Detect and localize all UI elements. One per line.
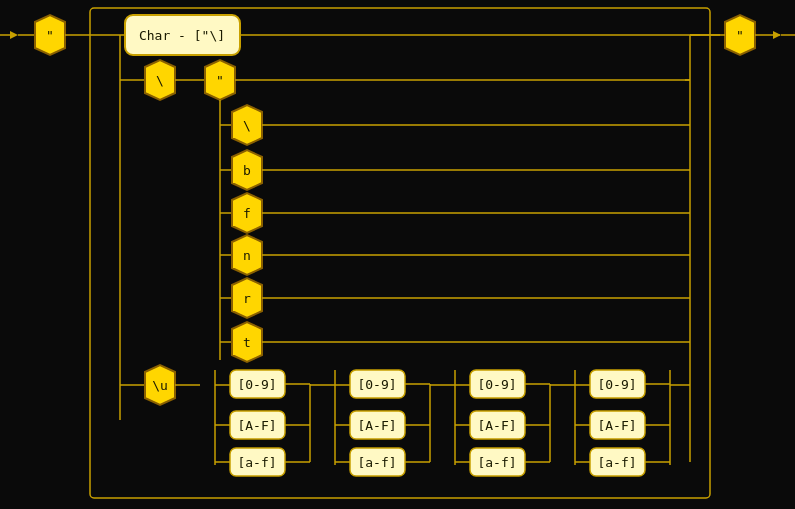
hex2-09: [0-9] (357, 377, 396, 392)
hex2-AF: [A-F] (357, 418, 396, 433)
left-quote-node: " (46, 28, 54, 43)
escape-b: b (243, 163, 251, 178)
hex4-af: [a-f] (597, 455, 636, 470)
char-main-label: Char - ["\] (139, 28, 225, 43)
escape-f: f (243, 206, 251, 221)
hex3-af: [a-f] (477, 455, 516, 470)
hex3-AF: [A-F] (477, 418, 516, 433)
hex1-AF: [A-F] (237, 418, 276, 433)
hex1-af: [a-f] (237, 455, 276, 470)
hex1-09: [0-9] (237, 377, 276, 392)
quote-escape-node: " (216, 73, 224, 88)
escape-backslash: \ (243, 118, 251, 133)
right-quote-node: " (736, 28, 744, 43)
escape-n: n (243, 248, 251, 263)
hex4-09: [0-9] (597, 377, 636, 392)
hex2-af: [a-f] (357, 455, 396, 470)
hex4-AF: [A-F] (597, 418, 636, 433)
unicode-node: \u (152, 378, 168, 393)
escape-t: t (243, 335, 251, 350)
backslash-node: \ (156, 73, 164, 88)
hex3-09: [0-9] (477, 377, 516, 392)
escape-r: r (243, 291, 251, 306)
